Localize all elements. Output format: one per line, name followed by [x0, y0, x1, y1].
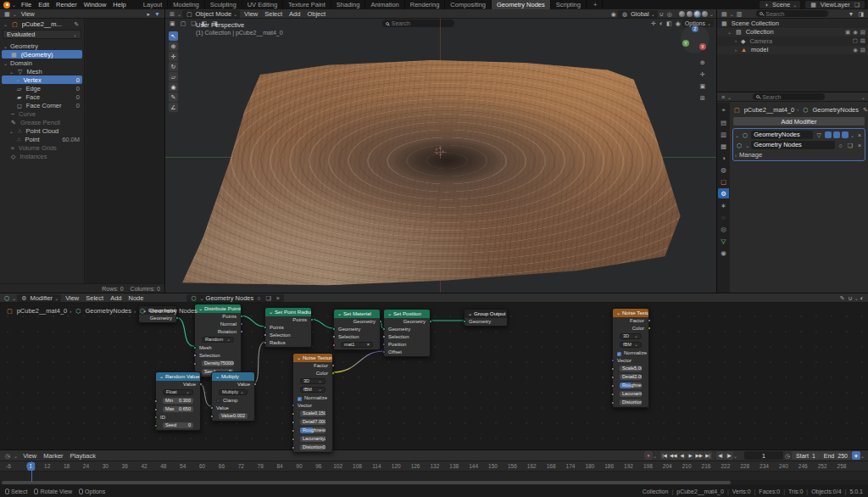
input-socket-vector[interactable] — [292, 404, 295, 407]
modifier-close-icon[interactable]: × — [856, 131, 863, 139]
input-socket-selection[interactable] — [264, 333, 267, 337]
timeline-menu-marker[interactable]: Marker — [40, 452, 66, 460]
pin-icon[interactable]: ✎ — [861, 106, 868, 114]
node-row-detail[interactable]: Detail2.000 — [613, 374, 648, 382]
rotate-tool[interactable]: ↻ — [169, 62, 178, 71]
properties-tab-modifiers[interactable]: ⚙ — [718, 188, 729, 198]
domain-row-face[interactable]: ▰Face0 — [2, 92, 82, 101]
orientation-dropdown[interactable]: ◍ Global⌄ — [618, 10, 658, 18]
input-socket-scale[interactable] — [611, 367, 615, 371]
domain-row-curve[interactable]: ~Curve — [2, 109, 82, 118]
scene-selector[interactable]: ◑ Scene ⌄ — [760, 1, 801, 8]
toggle-render[interactable] — [842, 131, 849, 138]
node-row-value[interactable]: Value0.002 — [212, 413, 254, 421]
node-dropdown[interactable]: Multiply⌄ — [219, 389, 248, 395]
node-menu-add[interactable]: Add — [107, 294, 125, 302]
node-row-detail[interactable]: Detail7.000 — [293, 419, 332, 427]
node-dropdown[interactable]: 3D⌄ — [620, 333, 642, 339]
visibility-icon[interactable]: ◉ — [674, 20, 682, 27]
node-row-density[interactable]: Density7500000.000 — [195, 360, 241, 368]
gizmo-y-axis[interactable]: Y — [682, 40, 689, 47]
node-dropdown[interactable]: fBM⌄ — [300, 387, 326, 393]
expand-caret-icon[interactable]: ⌄ — [3, 43, 8, 49]
workspace-tab-compositing[interactable]: Compositing — [445, 0, 492, 9]
domain-row-instances[interactable]: ◇Instances — [2, 152, 82, 160]
node-title[interactable]: ⌄ Set Position — [384, 310, 430, 318]
next-frame-button[interactable]: |▶ — [725, 451, 733, 460]
unlink-node-group-icon[interactable]: × — [856, 142, 863, 149]
outliner-row-camera[interactable]: ›◆Camera▢▤ — [717, 36, 868, 46]
modifier-extras-caret-icon[interactable]: ⌄ — [850, 132, 854, 138]
node-row-normalize[interactable]: ✓Normalize — [613, 349, 648, 357]
play-reverse-button[interactable]: ◀ — [678, 451, 687, 460]
playhead-line[interactable] — [31, 461, 32, 482]
node-set-position[interactable]: ⌄ Set PositionGeometryGeometrySelectionP… — [383, 309, 431, 357]
properties-tab-physics[interactable]: ◌ — [718, 212, 729, 222]
properties-tab-constraints[interactable]: ◎ — [718, 224, 729, 234]
timeline-menu-view[interactable]: View — [19, 452, 40, 460]
shading-solid-icon[interactable] — [687, 11, 693, 17]
start-frame-field[interactable]: Start1 — [792, 451, 820, 460]
modifier-panel-header[interactable]: ⌄ ⬡ GeometryNodes ▽ ⌄ × — [735, 130, 863, 140]
properties-options-caret-icon[interactable]: ⌄ — [861, 94, 865, 100]
properties-tab-particles[interactable]: ∗ — [718, 200, 729, 210]
viewport-3d[interactable]: ⊞ ⌄ ▢ Object Mode⌄ ViewSelectAddObject ◉… — [165, 9, 716, 293]
navigation-gizmo[interactable]: Z Y X — [681, 25, 709, 53]
node-row-min[interactable]: Min0.300 — [156, 398, 200, 405]
output-socket-value[interactable] — [199, 383, 203, 386]
node-value-field[interactable]: Max0.650 — [163, 406, 193, 412]
expand-caret-icon[interactable]: ⌄ — [9, 69, 14, 75]
properties-tab-object[interactable]: ▢ — [718, 176, 729, 187]
properties-tab-object-data[interactable]: ▽ — [718, 236, 729, 246]
viewport-menu-select[interactable]: Select — [261, 10, 286, 18]
output-socket-color[interactable] — [331, 371, 335, 375]
view-layer-selector[interactable]: ▦ ViewLayer ❏ — [805, 1, 865, 8]
input-socket-id[interactable] — [154, 416, 158, 419]
node-noise-texture-2[interactable]: ⌄ Noise TextureFactorColor3D⌄fBM⌄✓Normal… — [612, 308, 649, 408]
domain-row-vertex[interactable]: ▫Vertex0 — [2, 75, 82, 84]
node-group-output[interactable]: ⌄ Group OutputGeometry — [464, 309, 508, 327]
properties-tab-material[interactable]: ◉ — [718, 248, 729, 258]
node-title[interactable]: ⌄ Set Material — [334, 310, 380, 318]
timeline-track[interactable] — [0, 472, 868, 480]
zoom-icon[interactable]: ⊕ — [698, 59, 707, 66]
prev-frame-button[interactable]: ◀| — [716, 451, 725, 460]
unlink-tree-icon[interactable]: × — [275, 294, 281, 302]
expand-caret-icon[interactable]: ⌄ — [727, 29, 732, 35]
node-dropdown[interactable]: Random⌄ — [202, 337, 234, 343]
breadcrumb-item[interactable]: Geometry Nodes — [149, 307, 198, 315]
input-socket-vector[interactable] — [611, 359, 615, 362]
node-row-scale[interactable]: Scale0.150 — [293, 410, 332, 418]
node-value-field[interactable]: Roughness0.500 — [300, 427, 326, 433]
menu-help[interactable]: Help — [109, 1, 129, 8]
node-value-field[interactable]: Lacunarity2.000 — [300, 436, 326, 442]
input-socket-lacunarity[interactable] — [292, 438, 295, 441]
input-socket-selection[interactable] — [382, 335, 386, 338]
workspace-tab-layout[interactable]: Layout — [138, 0, 169, 9]
modifier-filter-icon[interactable]: ▽ — [815, 131, 822, 139]
node-value-field[interactable]: Seed0 — [163, 422, 193, 428]
timeline-scrollbar-thumb[interactable] — [2, 481, 731, 484]
manage-section[interactable]: › Manage — [735, 150, 863, 159]
output-socket-normal[interactable] — [240, 322, 243, 326]
node-menu-select[interactable]: Select — [82, 294, 107, 302]
workspace-tab-scripting[interactable]: Scripting — [551, 0, 587, 9]
show-overlays-icon[interactable]: ◐ — [658, 20, 665, 27]
node-value-field[interactable]: Value0.002 — [219, 413, 248, 419]
input-socket-value[interactable] — [210, 406, 214, 410]
node-menu-node[interactable]: Node — [125, 294, 147, 302]
app-menu-caret-icon[interactable]: ⌄ — [12, 2, 16, 8]
domain-row-edge[interactable]: ▱Edge0 — [2, 84, 82, 92]
box-select-tool[interactable]: ↖ — [169, 31, 178, 41]
node-tree-type-dropdown[interactable]: ⚙ Modifier⌄ — [17, 294, 61, 302]
workspace-tab-geometry-nodes[interactable]: Geometry Nodes — [492, 0, 551, 9]
outliner-row-collection[interactable]: ⌄▧Collection▣◉▤ — [717, 28, 868, 37]
snapping-magnet-icon[interactable]: ∪ — [847, 294, 854, 302]
breadcrumb-modifier[interactable]: GeometryNodes — [812, 106, 859, 114]
domain-row-mesh[interactable]: ⌄▽Mesh — [2, 67, 82, 75]
node-row-3d[interactable]: 3D⌄ — [293, 378, 332, 386]
fake-user-icon[interactable]: ○ — [255, 294, 262, 302]
input-socket-value[interactable] — [210, 415, 214, 418]
domain-row-face-corner[interactable]: ◻Face Corner0 — [2, 101, 82, 109]
breadcrumb-object[interactable]: pCube2__mat4_0 — [744, 106, 795, 114]
